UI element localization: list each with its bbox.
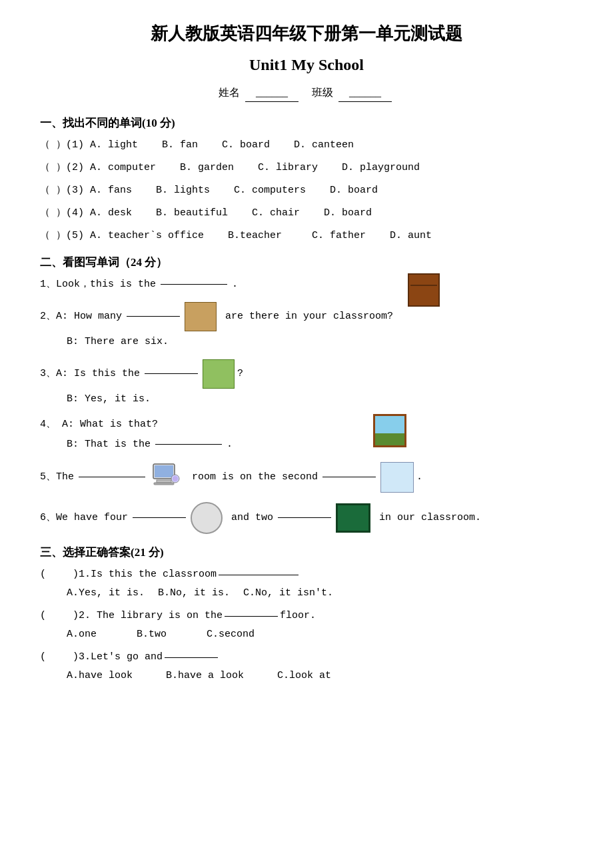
q3-2-optB: B.two <box>137 627 167 643</box>
svg-rect-3 <box>154 483 174 485</box>
student-info: 姓名 ______ 班级 ______ <box>40 84 573 102</box>
q1-1: （ ）(1) A. light B. fan C. board D. cante… <box>40 137 573 153</box>
q2-5: 5、The room is on the second . <box>40 462 573 493</box>
title-zh: 新人教版英语四年级下册第一单元测试题 <box>40 20 573 48</box>
q2-3-blank <box>145 373 198 374</box>
q1-2: （ ）(2) A. computer B. garden C. library … <box>40 160 573 176</box>
q3-3-blank <box>165 657 218 658</box>
bookcase-icon <box>408 273 440 307</box>
q2-1-blank <box>161 284 227 285</box>
q3-3: ( )3.Let's go and A.have look B.have a l… <box>40 649 573 684</box>
computer-icon <box>150 463 183 492</box>
q1-4: （ ）(4) A. desk B. beautiful C. chair D. … <box>40 205 573 221</box>
q3-1: ( )1.Is this the classroom A.Yes, it is.… <box>40 567 573 601</box>
q3-1-optC: C.No, it isn't. <box>243 585 333 601</box>
garden-icon <box>203 359 235 389</box>
q2-5-blank2 <box>322 477 376 477</box>
board-icon <box>336 503 370 533</box>
svg-point-5 <box>173 476 178 481</box>
q3-2-blank <box>225 616 278 617</box>
section3-title: 三、选择正确答案(21 分) <box>40 543 573 561</box>
q3-2-optC: C.second <box>207 627 255 643</box>
painting-icon <box>373 414 406 447</box>
q1-3: （ ）(3) A. fans B. lights C. computers D.… <box>40 183 573 199</box>
q2-1: 1、Look，this is the . <box>40 277 573 293</box>
section1-title: 一、找出不同的单词(10 分) <box>40 114 573 132</box>
svg-rect-2 <box>157 480 171 483</box>
class-label: 班级 <box>312 87 333 98</box>
q2-4-blank <box>155 444 222 445</box>
q3-2-optA: A.one <box>67 627 97 643</box>
q3-1-optA: A.Yes, it is. <box>67 585 145 601</box>
q3-1-optB: B.No, it is. <box>158 585 230 601</box>
floor-icon <box>380 462 414 493</box>
q3-2: ( )2. The library is on the floor. A.one… <box>40 608 573 643</box>
q2-6-blank1 <box>133 517 186 518</box>
q3-3-optA: A.have look <box>67 668 133 684</box>
q2-6-blank2 <box>278 517 331 518</box>
svg-rect-1 <box>155 465 173 477</box>
title-en: Unit1 My School <box>40 52 573 77</box>
name-label: 姓名 <box>219 87 240 98</box>
fan-icon <box>191 502 223 534</box>
q2-3: 3、A: Is this the ? B: Yes, it is. <box>40 359 573 407</box>
q3-1-blank <box>219 575 299 575</box>
q3-3-optB: B.have a look <box>166 668 244 684</box>
class-underline: ______ <box>338 84 392 102</box>
section2-title: 二、看图写单词（24 分） <box>40 253 573 271</box>
q2-2-blank <box>127 316 180 317</box>
q2-4: 4、 A: What is that? B: That is the . <box>40 417 573 453</box>
q2-2: 2、A: How many are there in your classroo… <box>40 302 573 350</box>
section1-questions: （ ）(1) A. light B. fan C. board D. cante… <box>40 137 573 244</box>
q1-5: （ ）(5) A. teacher`s office B.teacher C. … <box>40 228 573 244</box>
desk-icon <box>185 302 217 331</box>
q3-3-optC: C.look at <box>277 668 331 684</box>
q2-6: 6、We have four and two in our classroom. <box>40 502 573 534</box>
name-underline: ______ <box>245 84 299 102</box>
q2-5-blank1 <box>79 477 145 477</box>
